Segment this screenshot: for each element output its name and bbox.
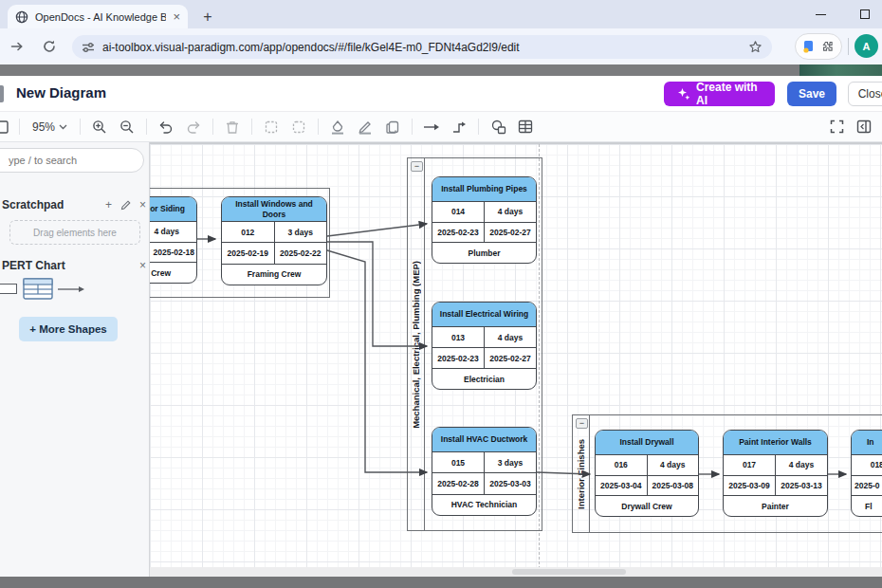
pert-node-windows-doors[interactable]: Install Windows and Doors 012 3 days 202… <box>221 196 327 285</box>
pert-section-close-icon[interactable]: × <box>139 260 146 271</box>
horizontal-scrollbar[interactable] <box>150 567 882 577</box>
phase-label-band: Interior Finishes <box>573 415 590 532</box>
format-painter-icon[interactable] <box>384 119 401 136</box>
fullscreen-icon[interactable] <box>828 119 845 136</box>
pert-node-siding[interactable]: or Siding 4 days 2025-02-18 Crew <box>150 196 197 284</box>
search-input[interactable] <box>0 148 144 173</box>
task-id: 012 <box>222 222 274 242</box>
pert-node-paint[interactable]: Paint Interior Walls 017 4 days 2025-03-… <box>723 430 828 517</box>
delete-icon[interactable] <box>224 119 241 136</box>
task-title: Install Windows and Doors <box>222 197 326 222</box>
task-duration: 4 days <box>484 327 536 347</box>
zoom-out-icon[interactable] <box>119 119 136 136</box>
line-color-icon[interactable] <box>357 119 374 136</box>
task-id: 016 <box>596 455 647 475</box>
pert-node-electrical[interactable]: Install Electrical Wiring 013 4 days 202… <box>432 302 537 390</box>
pert-section-title: PERT Chart <box>2 259 131 272</box>
diagram-canvas[interactable]: − Mechanical, Electrical, Plumbing (MEP)… <box>150 142 882 567</box>
task-title: or Siding <box>150 197 196 222</box>
pert-node-plumbing[interactable]: Install Plumbing Pipes 014 4 days 2025-0… <box>432 176 537 264</box>
page-top-strip-accent <box>799 64 882 76</box>
phase-label: Mechanical, Electrical, Plumbing (MEP) <box>411 261 421 429</box>
scratchpad-edit-icon[interactable] <box>120 200 131 211</box>
task-start: 2025-02-23 <box>432 223 484 243</box>
tab-title: OpenDocs - AI Knowledge Base <box>35 11 166 23</box>
extensions-pill[interactable] <box>795 33 842 60</box>
copy-icon[interactable] <box>263 119 280 136</box>
shape-connector-thumb[interactable] <box>57 285 85 294</box>
task-title: In <box>852 431 882 455</box>
shape-rectangle-thumb[interactable] <box>0 284 17 294</box>
profile-avatar[interactable]: A <box>854 34 878 58</box>
address-bar[interactable]: ai-toolbox.visual-paradigm.com/app/opend… <box>72 35 772 59</box>
task-id: 017 <box>724 455 775 475</box>
task-resource: Crew <box>150 263 196 283</box>
globe-favicon-icon <box>15 10 28 24</box>
app-header: New Diagram Create with AI Save Close <box>0 76 882 112</box>
zoom-level-value: 95% <box>32 120 55 134</box>
task-resource: Framing Crew <box>222 265 326 285</box>
browser-tab-bar: OpenDocs - AI Knowledge Base × + <box>0 0 882 28</box>
site-info-icon[interactable] <box>82 41 95 54</box>
zoom-in-icon[interactable] <box>91 119 108 136</box>
redo-icon[interactable] <box>185 119 202 136</box>
window-maximize-button[interactable] <box>846 0 882 28</box>
window-minimize-button[interactable] <box>801 0 839 28</box>
task-start: 2025-02-19 <box>222 243 274 263</box>
elbow-connector-icon[interactable] <box>450 119 468 136</box>
shape-pert-node-thumb[interactable] <box>23 278 53 300</box>
collapse-button[interactable]: − <box>576 418 588 429</box>
browser-nav-bar: ai-toolbox.visual-paradigm.com/app/opend… <box>0 28 882 64</box>
straight-connector-icon[interactable] <box>423 119 440 136</box>
more-shapes-button[interactable]: + More Shapes <box>19 317 118 341</box>
task-resource: Drywall Crew <box>596 496 698 516</box>
close-button[interactable]: Close <box>848 82 882 106</box>
undo-icon[interactable] <box>157 119 175 136</box>
task-duration: 3 days <box>274 222 327 242</box>
task-start: 2025-03-09 <box>724 476 775 496</box>
task-duration: 4 days <box>647 455 699 475</box>
task-duration: 4 days <box>775 455 827 475</box>
new-tab-button[interactable]: + <box>197 7 218 28</box>
task-end: 2025-03-13 <box>775 476 827 496</box>
scratchpad-close-icon[interactable]: × <box>139 199 146 211</box>
browser-tab[interactable]: OpenDocs - AI Knowledge Base × <box>8 5 188 28</box>
divider <box>848 38 849 55</box>
fill-color-icon[interactable] <box>329 119 346 136</box>
tab-close-icon[interactable]: × <box>173 10 180 23</box>
collapse-button[interactable]: − <box>411 161 423 172</box>
page-title: New Diagram <box>16 84 106 101</box>
task-end: 2025-03-08 <box>647 476 699 496</box>
puzzle-icon[interactable] <box>820 40 835 54</box>
bookmark-star-icon[interactable] <box>748 40 763 54</box>
extension-logo-icon <box>802 40 816 53</box>
scratchpad-header: Scratchpad + × <box>2 197 146 212</box>
task-end: 2025-03-03 <box>484 473 536 493</box>
diagram-toolbar: 95% <box>0 112 882 142</box>
scratchpad-dropzone[interactable]: Drag elements here <box>9 220 140 245</box>
table-icon[interactable] <box>517 119 534 136</box>
bottom-strip <box>0 577 882 588</box>
scrollbar-thumb[interactable] <box>512 569 626 575</box>
task-resource: Electrician <box>432 369 536 389</box>
task-resource: Painter <box>724 496 827 516</box>
phase-label-band: Mechanical, Electrical, Plumbing (MEP) <box>408 158 425 530</box>
reload-icon[interactable] <box>36 33 63 60</box>
shapes-icon[interactable] <box>489 119 506 136</box>
pert-node-next[interactable]: In 018 2025-0 Fl <box>851 430 882 517</box>
app-menu-icon[interactable] <box>0 85 4 102</box>
create-with-ai-button[interactable]: Create with AI <box>664 82 775 106</box>
task-title: Install HVAC Ductwork <box>432 428 536 452</box>
zoom-level-select[interactable]: 95% <box>30 120 69 134</box>
toggle-panel-icon[interactable] <box>0 119 9 136</box>
task-end: 2025-02-27 <box>484 348 536 368</box>
paste-icon[interactable] <box>290 119 307 136</box>
forward-icon[interactable] <box>4 33 30 60</box>
side-panel-icon[interactable] <box>855 119 873 136</box>
pert-node-hvac[interactable]: Install HVAC Ductwork 015 3 days 2025-02… <box>432 427 537 516</box>
save-button[interactable]: Save <box>787 82 836 106</box>
task-title: Install Drywall <box>596 431 698 455</box>
chevron-down-icon <box>59 124 67 130</box>
pert-node-drywall[interactable]: Install Drywall 016 4 days 2025-03-04 20… <box>595 430 699 517</box>
scratchpad-add-icon[interactable]: + <box>105 199 112 211</box>
